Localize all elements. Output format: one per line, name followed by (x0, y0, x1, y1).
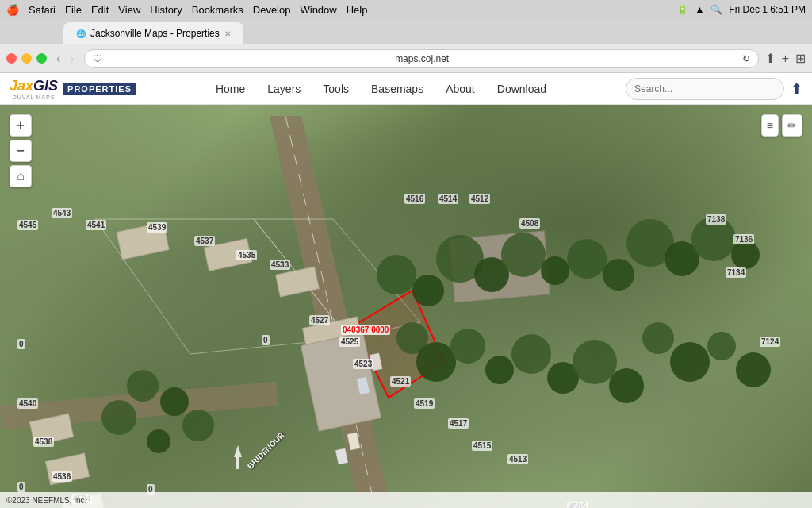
label-4517: 4517 (448, 418, 469, 429)
logo-duval: DUVAL (13, 94, 35, 100)
battery-icon: 🔋 (676, 4, 688, 15)
label-7136: 7136 (733, 234, 754, 244)
map-controls-right: ≡ ✏ (761, 114, 802, 137)
parcel-id-label: 040367 0000 (341, 325, 390, 335)
label-4541: 4541 (86, 220, 106, 230)
label-4512: 4512 (469, 194, 490, 204)
label-4516: 4516 (404, 194, 425, 204)
menu-safari[interactable]: Safari (29, 4, 56, 16)
main-nav: Home Layers Tools Basemaps About Downloa… (136, 83, 626, 95)
label-7124: 7124 (760, 337, 780, 347)
nav-buttons: ‹ › (53, 50, 78, 67)
traffic-lights (6, 53, 47, 64)
label-4514: 4514 (438, 194, 458, 204)
nav-about[interactable]: About (446, 83, 475, 95)
map-controls-left: + − ⌂ (10, 114, 32, 187)
menu-view[interactable]: View (118, 4, 140, 16)
tab-title: Jacksonville Maps - Properties (90, 28, 220, 39)
nav-layers[interactable]: Layers (267, 83, 301, 95)
label-4513: 4513 (508, 454, 528, 464)
nav-home[interactable]: Home (216, 83, 245, 95)
logo-badge: PROPERTIES (63, 83, 136, 95)
label-4508: 4508 (519, 218, 540, 229)
label-4543: 4543 (52, 208, 72, 218)
tab-bar: 🌐 Jacksonville Maps - Properties ✕ (0, 19, 812, 44)
tab-overview-button[interactable]: ⊞ (795, 51, 806, 66)
nav-download[interactable]: Download (497, 83, 546, 95)
share-button[interactable]: ⬆ (765, 51, 776, 66)
label-4521: 4521 (390, 376, 411, 387)
label-4525: 4525 (339, 337, 360, 347)
share-icon-button[interactable]: ⬆ (791, 80, 802, 98)
menu-window[interactable]: Window (300, 4, 336, 16)
home-button[interactable]: ⌂ (10, 165, 32, 187)
search-icon[interactable]: 🔍 (710, 4, 722, 15)
browser-chrome: ‹ › 🛡 maps.coj.net ↻ ⬆ + ⊞ (0, 44, 812, 73)
menu-develop[interactable]: Develop (253, 4, 291, 16)
zoom-in-button[interactable]: + (10, 114, 32, 137)
menu-history[interactable]: History (150, 4, 182, 16)
label-zero1: 0 (17, 339, 25, 349)
forward-button[interactable]: › (67, 50, 77, 67)
label-4533: 4533 (270, 260, 290, 270)
macos-menu-bar: 🍎 Safari File Edit View History Bookmark… (0, 0, 812, 19)
label-4538: 4538 (33, 437, 54, 447)
shield-icon: 🛡 (93, 53, 102, 64)
refresh-icon[interactable]: ↻ (742, 53, 750, 64)
search-input[interactable] (626, 78, 784, 100)
address-bar[interactable]: 🛡 maps.coj.net ↻ (84, 49, 759, 68)
label-4539: 4539 (147, 222, 167, 233)
label-4545: 4545 (17, 220, 38, 230)
url-display: maps.coj.net (107, 53, 737, 64)
fullscreen-button[interactable] (36, 53, 47, 64)
label-4519: 4519 (414, 398, 435, 409)
label-4536: 4536 (52, 471, 72, 482)
logo-gis: GIS (33, 78, 58, 94)
label-4527: 4527 (309, 315, 330, 325)
label-4540: 4540 (17, 398, 38, 409)
draw-button[interactable]: ✏ (782, 114, 802, 137)
datetime: Fri Dec 1 6:51 PM (729, 4, 806, 15)
app-header: Jax GIS DUVAL MAPS PROPERTIES Home Layer… (0, 73, 812, 105)
back-button[interactable]: ‹ (53, 50, 63, 67)
logo-maps: MAPS (36, 94, 56, 100)
nav-tools[interactable]: Tools (323, 83, 349, 95)
map-background (0, 105, 812, 508)
copyright-text: ©2023 NEEFMLS, Inc. (6, 496, 86, 505)
menu-bar-right: 🔋 ▲ 🔍 Fri Dec 1 6:51 PM (676, 4, 806, 15)
label-zero3: 0 (17, 482, 25, 492)
list-view-button[interactable]: ≡ (761, 114, 779, 137)
label-zero2: 0 (262, 335, 270, 345)
browser-actions: ⬆ + ⊞ (765, 51, 806, 66)
menu-edit[interactable]: Edit (91, 4, 109, 16)
menu-bookmarks[interactable]: Bookmarks (192, 4, 243, 16)
map-container[interactable]: 4545 4543 4541 4539 4537 4535 4533 4527 … (0, 105, 812, 508)
map-copyright-bar: ©2023 NEEFMLS, Inc. (0, 492, 812, 508)
new-tab-button[interactable]: + (782, 52, 789, 66)
tab-close-button[interactable]: ✕ (224, 29, 231, 38)
menu-help[interactable]: Help (347, 4, 368, 16)
apple-menu[interactable]: 🍎 (6, 4, 19, 16)
label-4515: 4515 (472, 441, 492, 451)
label-4537: 4537 (194, 236, 215, 246)
zoom-out-button[interactable]: − (10, 140, 32, 162)
tab-favicon: 🌐 (76, 29, 86, 38)
wifi-icon: ▲ (695, 4, 704, 15)
label-7134: 7134 (726, 267, 746, 278)
logo-jax: Jax (10, 78, 33, 94)
close-button[interactable] (6, 53, 17, 64)
minimize-button[interactable] (21, 53, 32, 64)
label-7138: 7138 (706, 214, 726, 225)
browser-tab[interactable]: 🌐 Jacksonville Maps - Properties ✕ (63, 22, 243, 44)
nav-basemaps[interactable]: Basemaps (371, 83, 423, 95)
logo-area: Jax GIS DUVAL MAPS PROPERTIES (10, 78, 136, 100)
label-4523: 4523 (353, 359, 373, 369)
label-4535: 4535 (236, 250, 257, 260)
menu-file[interactable]: File (65, 4, 82, 16)
